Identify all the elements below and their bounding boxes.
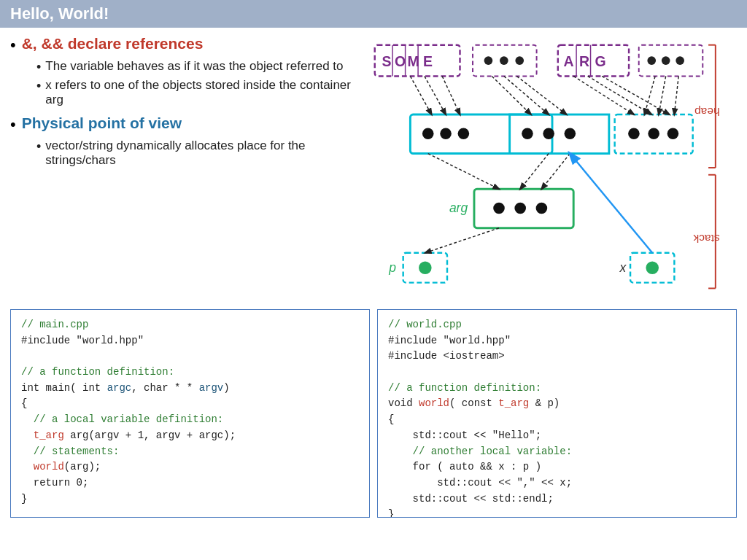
bullet-dot-1: •: [10, 36, 16, 55]
main-content: • &, && declare references • The variabl…: [0, 28, 747, 559]
code-world-line9: for ( auto && x : p ): [388, 461, 541, 472]
code-world-line3: #include <iostream>: [388, 350, 505, 362]
svg-point-20: [662, 56, 670, 65]
code-world-line4: // a function definition:: [388, 382, 541, 394]
svg-text:G: G: [595, 53, 605, 69]
svg-point-29: [565, 128, 576, 140]
code-box-main: // main.cpp #include "world.hpp" // a fu…: [10, 309, 370, 518]
code-main-line5: {: [21, 397, 27, 409]
diagram-svg: S O M E A R G: [368, 35, 737, 300]
svg-text:arg: arg: [449, 201, 468, 215]
svg-text:E: E: [423, 53, 433, 69]
svg-text:stack: stack: [693, 233, 720, 245]
sub-3-text: vector/string dynamically allocates plac…: [45, 139, 360, 168]
svg-point-27: [522, 128, 533, 140]
code-world-line11: std::cout << std::endl;: [388, 493, 554, 505]
svg-line-51: [573, 76, 634, 114]
code-world-line5: void world( const t_arg & p): [388, 397, 560, 409]
bullet-dot-2: •: [10, 115, 16, 134]
bullet-1-text: &, && declare references: [22, 35, 204, 52]
bullet-1: • &, && declare references: [10, 35, 360, 55]
code-main-line7: t_arg arg(argv + 1, argv + argc);: [21, 429, 236, 441]
svg-line-53: [602, 76, 669, 114]
svg-point-36: [493, 203, 505, 214]
left-text: • &, && declare references • The variabl…: [10, 35, 360, 300]
code-world-line8: // another local variable:: [388, 446, 572, 457]
svg-text:S: S: [382, 53, 391, 69]
svg-line-58: [520, 154, 549, 190]
svg-text:A: A: [564, 53, 574, 69]
code-world-line7: std::cout << "Hello";: [388, 429, 541, 441]
svg-text:O: O: [395, 53, 406, 69]
svg-point-38: [536, 203, 548, 214]
sub-dot-1: •: [36, 60, 41, 75]
svg-line-52: [588, 76, 652, 114]
svg-point-19: [647, 56, 656, 65]
svg-line-46: [425, 76, 446, 114]
svg-text:heap: heap: [694, 106, 720, 118]
svg-point-32: [648, 128, 659, 140]
code-main-line1: // main.cpp: [21, 319, 88, 330]
bottom-section: // main.cpp #include "world.hpp" // a fu…: [0, 305, 747, 524]
svg-line-59: [541, 154, 570, 190]
code-world-line2: #include "world.hpp": [388, 335, 511, 346]
code-world-line12: }: [388, 508, 394, 518]
bullet-2-text: Physical point of view: [22, 114, 182, 132]
code-main-line6: // a local variable definition:: [21, 413, 223, 425]
svg-point-44: [646, 261, 659, 274]
svg-point-41: [419, 261, 432, 274]
svg-point-31: [628, 128, 640, 140]
svg-text:R: R: [579, 53, 589, 69]
diagram-area: S O M E A R G: [368, 35, 737, 300]
svg-text:M: M: [407, 53, 419, 69]
svg-point-25: [458, 128, 470, 140]
svg-point-10: [500, 56, 508, 65]
bullet-2: • Physical point of view: [10, 114, 360, 134]
sub-dot-3: •: [36, 139, 41, 155]
bullet-1-red: &, &&: [22, 35, 63, 52]
svg-line-56: [674, 76, 678, 114]
code-world-line1: // world.cpp: [388, 319, 462, 330]
svg-line-61: [570, 154, 652, 253]
bullet-1-rest: declare references: [68, 35, 204, 52]
svg-line-57: [428, 154, 499, 190]
page-title: Hello, World!: [10, 4, 109, 23]
svg-point-24: [440, 128, 452, 140]
svg-line-47: [442, 76, 460, 114]
code-main-line3: // a function definition:: [21, 366, 174, 378]
svg-point-28: [543, 128, 554, 140]
svg-point-11: [515, 56, 524, 65]
top-section: • &, && declare references • The variabl…: [0, 28, 747, 305]
code-main-line11: }: [21, 493, 27, 505]
bullet-1-sub-2: • x refers to one of the objects stored …: [36, 78, 360, 107]
code-main-line8: // statements:: [21, 446, 119, 457]
sub-dot-2: •: [36, 79, 41, 94]
svg-line-54: [645, 76, 656, 114]
sub-1-text: The variable behaves as if it was the ob…: [45, 59, 343, 74]
svg-text:x: x: [619, 260, 627, 275]
svg-line-60: [425, 228, 499, 253]
svg-point-21: [676, 56, 684, 65]
sub-2-text: x refers to one of the objects stored in…: [45, 78, 360, 107]
svg-point-9: [484, 56, 493, 65]
svg-point-33: [667, 128, 679, 140]
code-main-line9: world(arg);: [21, 461, 101, 472]
svg-text:p: p: [388, 260, 396, 275]
bullet-2-sub-1: • vector/string dynamically allocates pl…: [36, 139, 360, 168]
code-box-world: // world.cpp #include "world.hpp" #inclu…: [377, 309, 737, 518]
svg-line-48: [492, 76, 531, 114]
code-main-line4: int main( int argc, char * * argv): [21, 382, 230, 394]
svg-point-37: [514, 203, 526, 214]
title-bar: Hello, World!: [0, 0, 747, 28]
code-main-line2: #include "world.hpp": [21, 335, 144, 346]
code-main-line10: return 0;: [21, 477, 88, 489]
code-world-line10: std::cout << "," << x;: [388, 477, 572, 489]
bullet-1-sub-1: • The variable behaves as if it was the …: [36, 59, 360, 75]
svg-point-23: [422, 128, 434, 140]
code-world-line6: {: [388, 413, 394, 425]
svg-line-45: [410, 76, 431, 114]
